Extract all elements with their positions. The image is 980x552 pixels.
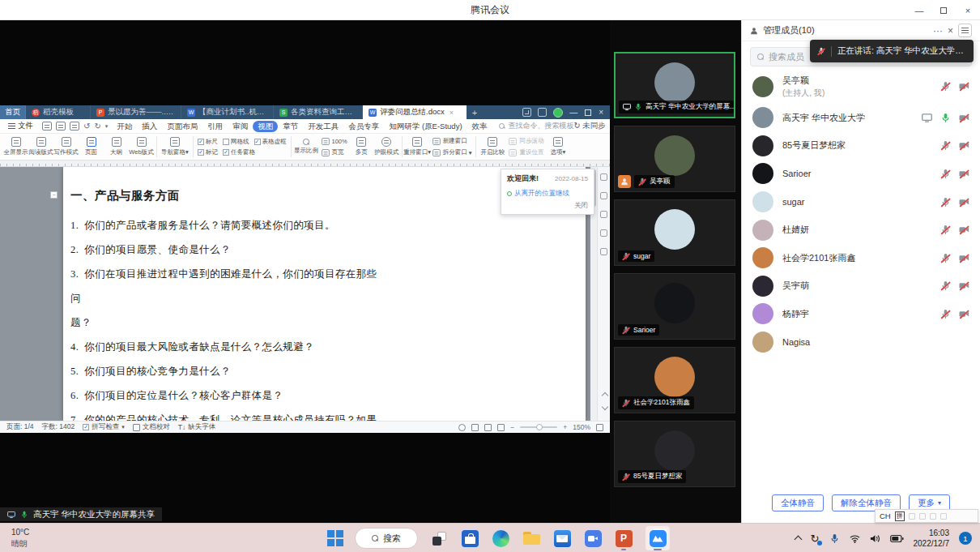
weather-widget[interactable]: 10°C 晴朗 [11, 527, 29, 549]
camera-muted-icon[interactable] [959, 81, 969, 92]
menu-member[interactable]: 会员专享 [343, 121, 384, 132]
tab-home[interactable]: 首页 [0, 105, 26, 119]
member-row[interactable]: 吴宇萌 [742, 272, 980, 301]
page-mode-button[interactable]: 页面 [79, 137, 104, 156]
camera-muted-icon[interactable] [959, 113, 969, 123]
member-row[interactable]: Sarioer [742, 160, 980, 188]
fullscreen-button[interactable]: 全屏显示 [3, 137, 28, 156]
mic-muted-icon[interactable] [940, 225, 951, 235]
zoom-out-button[interactable]: − [510, 423, 514, 431]
file-explorer-icon[interactable] [522, 526, 541, 550]
battery-icon[interactable] [890, 533, 904, 544]
mic-on-icon[interactable] [940, 113, 951, 123]
volume-icon[interactable] [870, 533, 880, 544]
word-count[interactable]: 字数: 1402 [42, 422, 75, 432]
camera-muted-icon[interactable] [959, 197, 969, 208]
workbench-icon[interactable] [522, 108, 531, 117]
mic-muted-icon[interactable] [940, 81, 951, 92]
split-window-button[interactable]: 拆分窗口▾ [432, 148, 472, 157]
member-row[interactable]: Nagisa [742, 328, 980, 357]
ime-toolbar[interactable]: CH 拼 [875, 509, 978, 523]
tab-word-doc[interactable]: W 【商业计划书..机器立体泊车 [181, 105, 274, 119]
redo-icon[interactable]: ↻ [94, 122, 100, 131]
select-tool-icon[interactable] [600, 211, 607, 218]
zoom-level[interactable]: 150% [573, 423, 590, 431]
camera-muted-icon[interactable] [959, 309, 969, 319]
menu-insert[interactable]: 插入 [137, 121, 162, 132]
apps-icon[interactable] [538, 108, 547, 117]
start-button[interactable] [327, 530, 343, 546]
maximize-button[interactable] [931, 0, 956, 20]
clock[interactable]: 16:03 2022/12/7 [914, 528, 950, 549]
page-view-icon[interactable] [471, 424, 479, 431]
ime-charwidth-icon[interactable] [909, 513, 915, 520]
wps-account-avatar[interactable] [553, 108, 563, 118]
outline-mode-button[interactable]: 大纲 [104, 137, 129, 156]
popup-close-button[interactable]: 关闭 [574, 201, 588, 211]
new-tab-button[interactable]: + [467, 105, 483, 119]
eye-protect-icon[interactable] [458, 424, 466, 431]
tab-close-icon[interactable]: × [450, 109, 454, 117]
tab-ppt-doc[interactable]: P 景以愿为善——..申报) ppt [91, 105, 181, 119]
member-row[interactable]: sugar [742, 188, 980, 216]
preview-icon[interactable] [70, 122, 79, 131]
eye-protect-button[interactable]: 护眼模式 [374, 137, 399, 156]
mic-muted-icon[interactable] [940, 280, 951, 291]
sync-tray-icon[interactable]: ↻ [811, 533, 820, 544]
zoom-slider-knob[interactable] [536, 424, 543, 430]
member-row[interactable]: 杜婧妍 [742, 216, 980, 244]
zoom-100-button[interactable]: 100% [321, 137, 347, 146]
ime-settings-icon[interactable] [940, 513, 947, 520]
wps-restore-button[interactable] [585, 109, 591, 116]
sync-status[interactable]: ↻ 未同步 [574, 121, 606, 131]
video-tile[interactable]: 高天宇 华中农业大学的屏幕... [614, 52, 735, 118]
quickbar-dropdown-icon[interactable]: ▾ [105, 123, 109, 130]
checkbox-ruler[interactable]: ✓标尺 [198, 138, 218, 146]
wps-close-button[interactable]: × [599, 108, 603, 117]
ime-keyboard-icon[interactable] [930, 513, 936, 520]
multi-page-button[interactable]: 多页 [349, 137, 374, 156]
edge-browser-icon[interactable] [491, 526, 510, 550]
video-call-app-icon[interactable] [583, 526, 603, 550]
undo-icon[interactable]: ↺ [83, 122, 90, 131]
tray-expand-icon[interactable] [794, 536, 802, 544]
minimize-button[interactable]: — [907, 0, 931, 20]
mute-all-button[interactable]: 全体静音 [772, 494, 824, 511]
tab-excel-doc[interactable]: S 各类资料查询工具包.xls [274, 105, 363, 119]
web-mode-button[interactable]: Web版式 [129, 137, 154, 156]
fullscreen-icon[interactable] [596, 424, 603, 431]
mic-muted-icon[interactable] [940, 140, 951, 151]
save-icon[interactable] [42, 122, 52, 131]
checkbox-gridlines[interactable]: 网格线 [223, 138, 249, 146]
tab-active-doc[interactable]: W 评委问题总结.docx × [363, 105, 467, 119]
notification-badge[interactable]: 1 [959, 532, 972, 545]
outline-collapse-icon[interactable]: − [50, 191, 58, 199]
menu-reference[interactable]: 引用 [202, 121, 228, 132]
ribbon-search[interactable]: 查找命令、搜索模板 [499, 121, 574, 131]
share-tool-icon[interactable] [600, 173, 607, 181]
menu-devtools[interactable]: 开发工具 [303, 121, 343, 132]
taskbar-search[interactable]: 搜索 [355, 528, 418, 549]
edit-tool-icon[interactable] [600, 192, 607, 199]
page-width-button[interactable]: 页宽 [321, 148, 347, 157]
file-menu[interactable]: 文件 [3, 121, 38, 131]
camera-muted-icon[interactable] [959, 140, 969, 151]
resume-position-link[interactable]: 从离开的位置继续 [507, 189, 588, 199]
compare-button[interactable]: 开启比较 [479, 137, 506, 156]
member-row[interactable]: 高天宇 华中农业大学 [742, 104, 980, 132]
tab-docer[interactable]: 稻 稻壳模板 [26, 105, 91, 119]
menu-review[interactable]: 审阅 [228, 121, 253, 132]
help-tool-icon[interactable] [600, 229, 607, 237]
mic-muted-icon[interactable] [940, 253, 951, 263]
menu-cnki[interactable]: 知网研学 (原E-Study) [384, 121, 467, 132]
next-page-button[interactable] [602, 404, 608, 410]
video-tile[interactable]: Sarioer [614, 273, 735, 340]
new-window-button[interactable]: 新建窗口 [432, 137, 472, 146]
panel-close-button[interactable]: × [948, 25, 953, 36]
read-mode-button[interactable]: 阅读版式 [28, 137, 53, 156]
mic-muted-icon[interactable] [940, 169, 951, 179]
checkbox-table-frame[interactable]: ✓表格虚框 [254, 138, 287, 146]
menu-section[interactable]: 章节 [278, 121, 303, 132]
tencent-meeting-icon[interactable] [645, 526, 671, 550]
camera-muted-icon[interactable] [959, 280, 969, 291]
